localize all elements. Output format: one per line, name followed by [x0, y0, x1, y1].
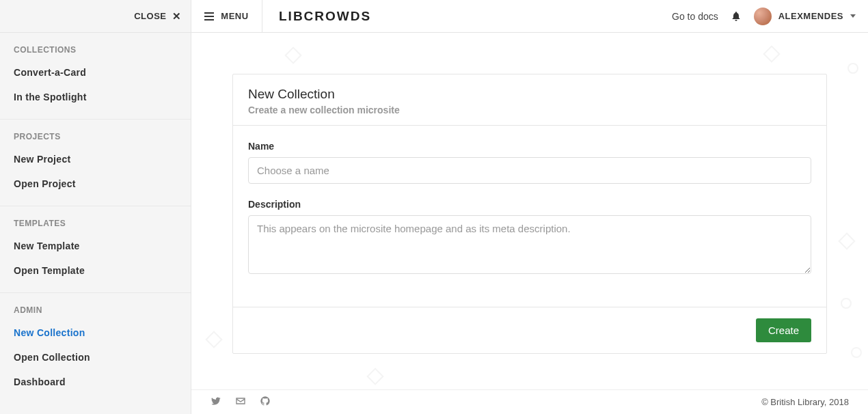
card-header: New Collection Create a new collection m… — [233, 74, 826, 126]
section-header: PROJECTS — [0, 132, 191, 147]
menu-button[interactable]: MENU — [191, 0, 262, 32]
menu-label: MENU — [221, 11, 248, 21]
main-content: New Collection Create a new collection m… — [191, 33, 868, 389]
topbar: CLOSE ✕ MENU LIBCROWDS Go to docs ALEXME… — [0, 0, 868, 33]
new-collection-card: New Collection Create a new collection m… — [232, 74, 827, 354]
user-name: ALEXMENDES — [778, 11, 843, 21]
sidebar-item-open-collection[interactable]: Open Collection — [0, 345, 191, 370]
form-group-name: Name — [248, 141, 811, 184]
name-input[interactable] — [248, 157, 811, 184]
sidebar-item-new-project[interactable]: New Project — [0, 147, 191, 171]
card-footer: Create — [233, 307, 826, 353]
form-group-description: Description — [248, 199, 811, 277]
mail-icon[interactable] — [235, 396, 246, 409]
footer-icons — [211, 396, 271, 409]
footer-copyright: © British Library, 2018 — [761, 397, 849, 407]
docs-link[interactable]: Go to docs — [672, 11, 718, 22]
section-header: COLLECTIONS — [0, 45, 191, 60]
sidebar-section-admin: ADMIN New Collection Open Collection Das… — [0, 293, 191, 404]
footer: © British Library, 2018 — [191, 389, 868, 414]
brand-section: LIBCROWDS — [262, 0, 371, 32]
close-button[interactable]: CLOSE ✕ — [134, 10, 181, 23]
close-label: CLOSE — [134, 11, 166, 21]
section-header: TEMPLATES — [0, 219, 191, 234]
sidebar: COLLECTIONS Convert-a-Card In the Spotli… — [0, 33, 191, 414]
card-title: New Collection — [248, 87, 811, 102]
sidebar-section-collections: COLLECTIONS Convert-a-Card In the Spotli… — [0, 33, 191, 120]
sidebar-section-projects: PROJECTS New Project Open Project — [0, 120, 191, 206]
topbar-right: Go to docs ALEXMENDES — [672, 0, 868, 32]
twitter-icon[interactable] — [211, 396, 221, 409]
sidebar-item-new-collection[interactable]: New Collection — [0, 320, 191, 345]
hamburger-icon — [204, 12, 214, 20]
sidebar-item-dashboard[interactable]: Dashboard — [0, 370, 191, 394]
sidebar-item-convert-a-card[interactable]: Convert-a-Card — [0, 60, 191, 85]
user-menu-button[interactable]: ALEXMENDES — [754, 8, 856, 25]
avatar — [754, 8, 772, 25]
description-label: Description — [248, 199, 811, 210]
sidebar-section-templates: TEMPLATES New Template Open Template — [0, 206, 191, 293]
sidebar-item-open-template[interactable]: Open Template — [0, 258, 191, 283]
github-icon[interactable] — [260, 396, 271, 409]
chevron-down-icon — [850, 14, 856, 18]
sidebar-item-open-project[interactable]: Open Project — [0, 171, 191, 196]
description-input[interactable] — [248, 215, 811, 274]
card-subtitle: Create a new collection microsite — [248, 105, 811, 115]
bell-icon[interactable] — [731, 11, 742, 22]
section-header: ADMIN — [0, 305, 191, 320]
create-button[interactable]: Create — [756, 318, 811, 342]
close-icon: ✕ — [172, 10, 182, 23]
brand-logo: LIBCROWDS — [279, 9, 371, 24]
sidebar-header: CLOSE ✕ — [0, 0, 191, 32]
card-body: Name Description — [233, 126, 826, 307]
sidebar-item-in-the-spotlight[interactable]: In the Spotlight — [0, 85, 191, 109]
sidebar-item-new-template[interactable]: New Template — [0, 234, 191, 258]
name-label: Name — [248, 141, 811, 152]
